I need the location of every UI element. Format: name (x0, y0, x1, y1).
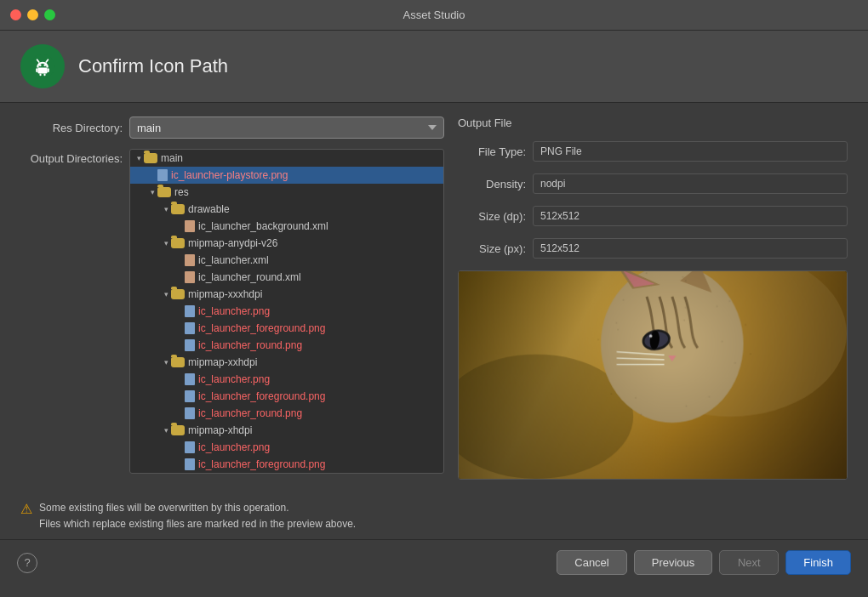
tree-item[interactable]: ic_launcher.png (130, 371, 443, 388)
minimize-button[interactable] (27, 9, 38, 20)
png-file-icon (157, 169, 168, 181)
tree-item-label: ic_launcher.png (198, 373, 270, 385)
right-panel: Output File File Type: PNG File Density:… (458, 117, 848, 480)
tree-item[interactable]: ic_launcher.png (130, 439, 443, 456)
svg-point-0 (31, 54, 54, 78)
footer: ? Cancel Previous Next Finish (0, 539, 868, 585)
tree-item-label: ic_launcher-playstore.png (171, 169, 288, 181)
tree-item[interactable]: ic_launcher_background.xml (130, 218, 443, 235)
tree-item[interactable]: ic_launcher_round.png (130, 405, 443, 422)
tree-item-label: mipmap-xhdpi (188, 424, 252, 436)
output-directories-row: Output Directories: ▾mainic_launcher-pla… (20, 149, 444, 474)
png-file-icon (185, 407, 195, 419)
tree-item-label: ic_launcher_round.xml (198, 271, 301, 283)
tree-item-label: mipmap-anydpi-v26 (188, 237, 277, 249)
tree-item[interactable]: ▾main (130, 150, 443, 167)
folder-icon (171, 425, 185, 435)
svg-point-2 (43, 64, 46, 66)
tree-item-label: main (161, 152, 183, 164)
file-type-row: File Type: PNG File (458, 141, 848, 162)
svg-point-1 (39, 64, 42, 66)
xml-file-icon (185, 220, 195, 232)
output-file-section-label: Output File (458, 117, 848, 129)
help-button[interactable]: ? (17, 553, 37, 573)
png-file-icon (185, 305, 195, 317)
tree-item[interactable]: ic_launcher-playstore.png (130, 167, 443, 184)
main-content: Res Directory: main Output Directories: … (0, 103, 868, 493)
folder-icon (144, 153, 157, 163)
tree-item[interactable]: ▾mipmap-xhdpi (130, 422, 443, 439)
tree-item[interactable]: ▾res (130, 184, 443, 201)
dialog-header: Confirm Icon Path (0, 31, 868, 103)
svg-rect-9 (43, 74, 45, 77)
warning-area: ⚠ Some existing files will be overwritte… (0, 493, 868, 539)
footer-left: ? (17, 553, 550, 573)
png-file-icon (185, 458, 195, 470)
warning-text: Some existing files will be overwritten … (39, 500, 356, 532)
preview-canvas (459, 271, 847, 479)
png-file-icon (185, 322, 195, 334)
size-px-row: Size (px): 512x512 (458, 238, 848, 259)
png-file-icon (185, 373, 195, 385)
tree-item-label: mipmap-xxxhdpi (188, 288, 262, 300)
tree-item[interactable]: ▾mipmap-anydpi-v26 (130, 235, 443, 252)
file-tree[interactable]: ▾mainic_launcher-playstore.png▾res▾drawa… (129, 149, 444, 474)
res-directory-row: Res Directory: main (20, 117, 444, 139)
tree-item-label: ic_launcher.png (198, 305, 270, 317)
tree-item[interactable]: ic_launcher.xml (130, 252, 443, 269)
close-button[interactable] (10, 9, 21, 20)
tree-item[interactable]: ▾mipmap-xxhdpi (130, 354, 443, 371)
res-directory-select[interactable]: main (129, 117, 444, 139)
window-controls[interactable] (10, 9, 55, 20)
png-file-icon (185, 441, 195, 453)
size-px-label: Size (px): (458, 242, 526, 255)
tree-item[interactable]: ic_launcher_foreground.png (130, 320, 443, 337)
warning-icon: ⚠ (20, 501, 32, 517)
png-file-icon (185, 339, 195, 351)
tree-item-label: drawable (188, 203, 230, 215)
folder-icon (171, 238, 185, 248)
previous-button[interactable]: Previous (634, 550, 713, 575)
tree-item[interactable]: ▾mipmap-xxxhdpi (130, 286, 443, 303)
tree-item-label: ic_launcher_foreground.png (198, 458, 325, 470)
tree-item[interactable]: ic_launcher_foreground.png (130, 456, 443, 473)
maximize-button[interactable] (44, 9, 55, 20)
folder-icon (171, 357, 185, 367)
xml-file-icon (185, 271, 195, 283)
tree-item-label: ic_launcher_round.png (198, 339, 302, 351)
tree-item-label: ic_launcher.png (198, 441, 270, 453)
svg-rect-8 (39, 74, 41, 77)
svg-rect-5 (37, 67, 47, 73)
png-file-icon (185, 390, 195, 402)
size-dp-value: 512x512 (533, 206, 848, 226)
tree-item[interactable]: ic_launcher_round.xml (130, 269, 443, 286)
tree-item-label: ic_launcher.xml (198, 254, 269, 266)
folder-icon (171, 289, 185, 299)
cancel-button[interactable]: Cancel (557, 550, 626, 575)
window-title: Asset Studio (403, 9, 465, 21)
folder-icon (157, 187, 171, 197)
size-dp-label: Size (dp): (458, 210, 526, 223)
dialog-title: Confirm Icon Path (78, 55, 228, 77)
density-row: Density: nodpi (458, 173, 848, 194)
tree-item-label: ic_launcher_foreground.png (198, 322, 325, 334)
tree-item-label: ic_launcher_round.png (198, 407, 302, 419)
title-bar: Asset Studio (0, 0, 868, 31)
left-panel: Res Directory: main Output Directories: … (20, 117, 444, 480)
tree-item[interactable]: ic_launcher_round.png (130, 337, 443, 354)
density-value: nodpi (533, 173, 848, 194)
output-directories-label: Output Directories: (20, 152, 123, 165)
tree-item-label: res (174, 186, 189, 198)
next-button[interactable]: Next (719, 550, 779, 575)
tree-item[interactable]: ic_launcher.png (130, 303, 443, 320)
folder-icon (171, 204, 185, 214)
svg-rect-7 (48, 68, 49, 72)
tree-item[interactable]: ▾drawable (130, 201, 443, 218)
file-type-value: PNG File (533, 141, 848, 162)
svg-rect-6 (36, 68, 37, 72)
file-type-label: File Type: (458, 145, 526, 158)
finish-button[interactable]: Finish (785, 550, 851, 575)
tree-item[interactable]: ic_launcher_foreground.png (130, 388, 443, 405)
size-px-value: 512x512 (533, 238, 848, 259)
xml-file-icon (185, 254, 195, 266)
